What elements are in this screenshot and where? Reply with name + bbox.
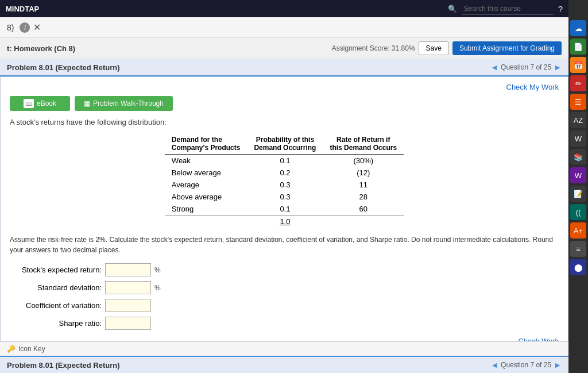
help-button[interactable]: ? — [558, 4, 563, 14]
bottom-question-nav: ◄ Question 7 of 25 ► — [490, 360, 562, 370]
rate-cell: 60 — [323, 203, 404, 216]
search-icon: 🔍 — [448, 5, 457, 13]
problem-title: Problem 8.01 (Expected Return) — [7, 63, 120, 72]
distribution-table: Demand for theCompany's Products Probabi… — [165, 133, 404, 228]
field-label-expected-return: Stock's expected return: — [10, 266, 102, 274]
total-probability-cell: 1.0 — [247, 216, 323, 228]
table-row: Weak 0.1 (30%) — [165, 155, 404, 167]
icon-key-label: Icon Key — [18, 345, 45, 353]
list-icon[interactable]: ≡ — [570, 241, 586, 257]
field-row-expected-return: Stock's expected return: % — [10, 263, 559, 276]
prev-question-arrow[interactable]: ◄ — [490, 63, 498, 72]
check-my-work-bottom-link[interactable]: Check Work — [518, 337, 559, 341]
key-icon: 🔑 — [7, 345, 16, 353]
app-title: MINDTAP — [6, 5, 39, 13]
total-rate-cell — [323, 216, 404, 228]
a-plus-icon[interactable]: A+ — [570, 222, 586, 239]
ebook-button[interactable]: 📖 eBook — [10, 96, 70, 111]
probability-cell: 0.2 — [247, 167, 323, 179]
assignment-score: Assignment Score: 31.80% — [332, 44, 415, 52]
wifi-icon[interactable]: (( — [570, 204, 586, 220]
cloud-icon[interactable]: ☁ — [570, 20, 586, 36]
top-bar-right: 🔍 ? — [448, 3, 563, 14]
assignment-header: t: Homework (Ch 8) Assignment Score: 31.… — [0, 38, 568, 59]
demand-cell: Weak — [165, 155, 247, 167]
main-area: MINDTAP 🔍 ? 8) i ✕ t: Homework (Ch 8) As… — [0, 0, 568, 373]
field-row-coefficient-variation: Coefficient of variation: — [10, 299, 559, 312]
docs-icon[interactable]: 📄 — [570, 39, 586, 55]
rate-cell: 28 — [323, 191, 404, 203]
table-icon: ▦ — [84, 99, 90, 107]
bottom-problem-title: Problem 8.01 (Expected Return) — [7, 361, 120, 370]
probability-cell: 0.3 — [247, 191, 323, 203]
right-sidebar: ☁📄📅✏☰AZW📚W📝((A+≡⬤ — [568, 0, 588, 373]
field-label-sharpe-ratio: Sharpe ratio: — [10, 319, 102, 328]
icon-key-bar: 🔑 Icon Key — [0, 341, 568, 356]
demand-cell: Above average — [165, 191, 247, 203]
demand-cell: Average — [165, 179, 247, 191]
rss-icon[interactable]: ☰ — [570, 94, 586, 110]
table-row: Above average 0.3 28 — [165, 191, 404, 203]
field-unit-expected-return: % — [154, 266, 161, 274]
demand-cell: Strong — [165, 203, 247, 216]
problem-title-bar: Problem 8.01 (Expected Return) ◄ Questio… — [0, 59, 568, 76]
book-icon[interactable]: 📚 — [570, 149, 586, 165]
top-bar: MINDTAP 🔍 ? — [0, 0, 568, 17]
word-icon[interactable]: W — [570, 167, 586, 183]
header-actions: Assignment Score: 31.80% Save Submit Ass… — [332, 41, 562, 55]
walkthrough-button[interactable]: ▦ Problem Walk-Through — [75, 96, 173, 111]
tool-buttons: 📖 eBook ▦ Problem Walk-Through — [10, 96, 559, 111]
expected-return-input[interactable] — [105, 263, 151, 276]
ebook-icon: 📖 — [24, 99, 34, 108]
form-fields: Stock's expected return: % Standard devi… — [10, 263, 559, 330]
check-my-work-bottom-area: Check Work — [10, 337, 559, 341]
rate-cell: (30%) — [323, 155, 404, 167]
bottom-title-bar: Problem 8.01 (Expected Return) ◄ Questio… — [0, 356, 568, 373]
bottom-prev-arrow[interactable]: ◄ — [490, 360, 498, 370]
problem-number: 8) — [7, 23, 14, 32]
table-row: Average 0.3 11 — [165, 179, 404, 191]
bottom-next-arrow[interactable]: ► — [554, 360, 562, 370]
col-header-demand: Demand for theCompany's Products — [165, 133, 247, 155]
problem-num-bar: 8) i ✕ — [0, 17, 568, 38]
calendar-icon[interactable]: 📅 — [570, 57, 586, 73]
close-button[interactable]: ✕ — [33, 22, 41, 33]
info-icon[interactable]: i — [20, 22, 30, 33]
save-button[interactable]: Save — [419, 41, 449, 55]
check-my-work-top-area: Check My Work — [10, 83, 559, 91]
pencil-icon[interactable]: ✏ — [570, 75, 586, 91]
az-icon[interactable]: AZ — [570, 112, 586, 128]
office-icon[interactable]: W — [570, 130, 586, 147]
standard-deviation-input[interactable] — [105, 281, 151, 294]
rate-cell: 11 — [323, 179, 404, 191]
table-row: Below average 0.2 (12) — [165, 167, 404, 179]
problem-instructions: Assume the risk-free rate is 2%. Calcula… — [10, 234, 559, 255]
problem-content: Check My Work 📖 eBook ▦ Problem Walk-Thr… — [0, 76, 568, 341]
field-row-sharpe-ratio: Sharpe ratio: — [10, 317, 559, 330]
problem-description: A stock's returns have the following dis… — [10, 118, 559, 126]
table-total-row: 1.0 — [165, 216, 404, 228]
check-my-work-top-link[interactable]: Check My Work — [506, 83, 559, 91]
probability-cell: 0.3 — [247, 179, 323, 191]
probability-cell: 0.1 — [247, 155, 323, 167]
field-label-standard-deviation: Standard deviation: — [10, 283, 102, 292]
field-label-coefficient-variation: Coefficient of variation: — [10, 301, 102, 310]
circle-icon[interactable]: ⬤ — [570, 259, 586, 275]
table-row: Strong 0.1 60 — [165, 203, 404, 216]
question-nav: ◄ Question 7 of 25 ► — [490, 63, 562, 72]
demand-cell: Below average — [165, 167, 247, 179]
rate-cell: (12) — [323, 167, 404, 179]
field-row-standard-deviation: Standard deviation: % — [10, 281, 559, 294]
col-header-probability: Probability of thisDemand Occurring — [247, 133, 323, 155]
note-icon[interactable]: 📝 — [570, 186, 586, 202]
next-question-arrow[interactable]: ► — [554, 63, 562, 72]
total-label-cell — [165, 216, 247, 228]
assignment-title: t: Homework (Ch 8) — [7, 44, 75, 53]
search-input[interactable] — [462, 3, 554, 14]
coefficient-variation-input[interactable] — [105, 299, 151, 312]
question-nav-label: Question 7 of 25 — [501, 63, 551, 71]
field-unit-standard-deviation: % — [154, 284, 161, 292]
submit-button[interactable]: Submit Assignment for Grading — [452, 41, 562, 55]
sharpe-ratio-input[interactable] — [105, 317, 151, 330]
probability-cell: 0.1 — [247, 203, 323, 216]
